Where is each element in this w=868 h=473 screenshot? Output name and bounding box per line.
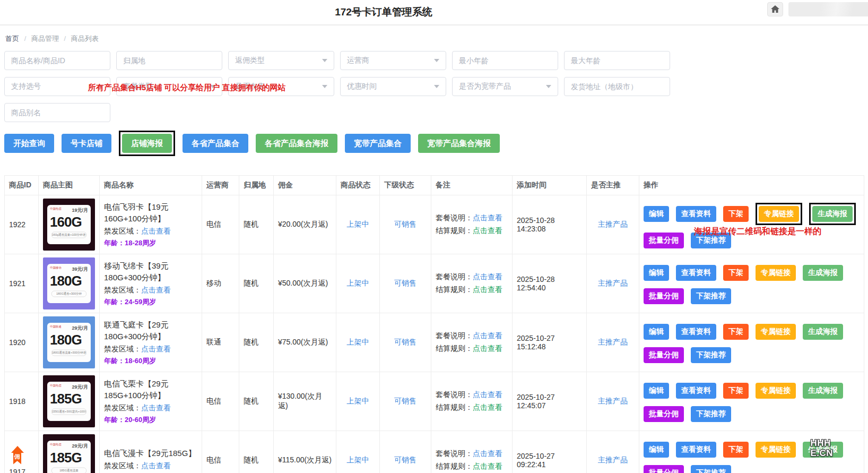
batch-commission-button[interactable]: 批量分佣 xyxy=(644,406,684,422)
sub-status-badge: 可销售 xyxy=(380,372,431,431)
table-row: 佣 1917 中国电信 29元/月 185G 185G通用流量 电信飞漫卡【29… xyxy=(5,431,864,473)
forbidden-area-view-link[interactable]: 点击查看 xyxy=(141,403,171,412)
promote-cell: 主推产品 xyxy=(587,313,639,372)
breadcrumb-home[interactable]: 首页 xyxy=(5,35,19,42)
min-age-input[interactable] xyxy=(452,51,558,70)
breadcrumb-product-manage[interactable]: 商品管理 xyxy=(31,35,59,42)
exclusive-link-button[interactable]: 专属链接 xyxy=(756,383,796,399)
generate-poster-button[interactable]: 生成海报 xyxy=(803,265,843,281)
package-desc-view-link[interactable]: 点击查看 xyxy=(473,449,502,458)
product-thumb[interactable]: 中国电信 19元/月 160G 160g通用流量+100分钟语音 xyxy=(43,199,95,251)
exclusive-link-button[interactable]: 专属链接 xyxy=(756,442,796,458)
promote-link[interactable]: 主推产品 xyxy=(598,397,628,405)
settlement-rule-view-link[interactable]: 点击查看 xyxy=(473,344,502,352)
view-info-button[interactable]: 查看资料 xyxy=(676,442,716,458)
product-alias-input[interactable] xyxy=(4,103,110,122)
added-time-cell: 2025-10-28 14:23:08 xyxy=(513,195,587,254)
product-thumb[interactable]: 中国联通 29元/月 180G 180G通用流量+300分钟语音 xyxy=(43,316,95,368)
operator-select[interactable]: 运营商 xyxy=(340,51,446,70)
shop-poster-button[interactable]: 店铺海报 xyxy=(122,134,172,153)
settlement-rule-view-link[interactable]: 点击查看 xyxy=(473,462,502,470)
age-range: 20-60周岁 xyxy=(125,416,156,424)
take-down-recommend-button[interactable]: 下架推荐 xyxy=(691,347,731,363)
take-down-button[interactable]: 下架 xyxy=(723,265,749,281)
settlement-rule-view-link[interactable]: 点击查看 xyxy=(473,403,502,411)
forbidden-area-view-link[interactable]: 点击查看 xyxy=(141,461,171,470)
take-down-recommend-button[interactable]: 下架推荐 xyxy=(691,406,731,422)
filter-panel: 返佣类型 运营商 支持选号 套餐类型 是否在售 优惠时间 是否为宽带产品 所有产… xyxy=(4,51,864,122)
start-query-button[interactable]: 开始查询 xyxy=(4,134,54,153)
promote-link[interactable]: 主推产品 xyxy=(598,220,628,228)
is-broadband-select[interactable]: 是否为宽带产品 xyxy=(452,77,558,96)
generate-poster-highlight-box: 生成海报 xyxy=(803,383,843,399)
promote-link[interactable]: 主推产品 xyxy=(598,338,628,346)
view-info-button[interactable]: 查看资料 xyxy=(676,206,716,222)
filter-row-3 xyxy=(4,103,864,122)
forbidden-area-view-link[interactable]: 点击查看 xyxy=(141,227,171,235)
batch-commission-button[interactable]: 批量分佣 xyxy=(644,233,684,248)
view-info-button[interactable]: 查看资料 xyxy=(676,383,716,399)
package-desc-view-link[interactable]: 点击查看 xyxy=(473,272,502,281)
sub-status-badge: 可销售 xyxy=(380,313,431,372)
max-age-input[interactable] xyxy=(564,51,670,70)
forbidden-area-label: 禁发区域： xyxy=(104,403,141,412)
package-desc-view-link[interactable]: 点击查看 xyxy=(473,331,502,340)
broadband-collection-button[interactable]: 宽带产品集合 xyxy=(345,134,411,153)
take-down-recommend-button[interactable]: 下架推荐 xyxy=(691,465,731,473)
age-range: 18-60周岁 xyxy=(125,357,156,365)
batch-commission-button[interactable]: 批量分佣 xyxy=(644,465,684,473)
shipping-address-input[interactable] xyxy=(564,77,670,96)
forbidden-area-view-link[interactable]: 点击查看 xyxy=(141,345,171,353)
product-name: 电信飞漫卡【29元185G】 xyxy=(104,448,197,459)
settlement-rule-view-link[interactable]: 点击查看 xyxy=(473,285,502,294)
province-collection-button[interactable]: 各省产品集合 xyxy=(183,134,248,153)
take-down-button[interactable]: 下架 xyxy=(723,206,749,222)
package-desc-view-link[interactable]: 点击查看 xyxy=(473,213,502,222)
province-collection-poster-button[interactable]: 各省产品集合海报 xyxy=(256,134,337,153)
remark-cell: 套餐说明：点击查看 结算规则：点击查看 xyxy=(431,195,513,254)
chevron-down-icon xyxy=(546,85,551,88)
take-down-button[interactable]: 下架 xyxy=(723,324,749,340)
take-down-button[interactable]: 下架 xyxy=(723,442,749,458)
product-thumb[interactable]: 中国电信 29元/月 185G 155G通用+30G定向+100分钟 xyxy=(43,375,95,427)
home-button[interactable] xyxy=(767,2,783,16)
batch-commission-button[interactable]: 批量分佣 xyxy=(644,347,684,363)
take-down-button[interactable]: 下架 xyxy=(723,383,749,399)
attribution-input[interactable] xyxy=(116,51,222,70)
product-id: 1918 xyxy=(9,397,25,406)
batch-commission-button[interactable]: 批量分佣 xyxy=(644,288,684,304)
broadband-collection-poster-button[interactable]: 宽带产品集合海报 xyxy=(418,134,500,153)
product-name: 电信飞栗卡【29元185G+100分钟】 xyxy=(104,378,197,401)
product-name-cell: 电信飞漫卡【29元185G】 禁发区域：点击查看 年龄： xyxy=(100,431,202,473)
forbidden-area-view-link[interactable]: 点击查看 xyxy=(141,286,171,294)
discount-time-select[interactable]: 优惠时间 xyxy=(340,77,446,96)
promote-link[interactable]: 主推产品 xyxy=(598,279,628,287)
view-info-button[interactable]: 查看资料 xyxy=(676,324,716,340)
generate-poster-button[interactable]: 生成海报 xyxy=(803,383,843,399)
edit-button[interactable]: 编辑 xyxy=(644,324,669,340)
product-thumb[interactable]: 中国移动 39元/月 180G 180G通用+300分钟 xyxy=(43,257,95,309)
user-account-area[interactable] xyxy=(788,2,868,16)
generate-poster-button[interactable]: 生成海报 xyxy=(803,324,843,340)
exclusive-link-button[interactable]: 专属链接 xyxy=(756,324,796,340)
product-name-id-input[interactable] xyxy=(4,51,110,70)
edit-button[interactable]: 编辑 xyxy=(644,265,669,281)
product-thumb[interactable]: 中国电信 29元/月 185G 185G通用流量 xyxy=(43,434,95,473)
settlement-rule-view-link[interactable]: 点击查看 xyxy=(473,226,502,235)
edit-button[interactable]: 编辑 xyxy=(644,383,669,399)
package-desc-view-link[interactable]: 点击查看 xyxy=(473,390,502,399)
exclusive-link-button[interactable]: 专属链接 xyxy=(759,206,799,222)
sub-status-badge: 可销售 xyxy=(380,431,431,473)
view-info-button[interactable]: 查看资料 xyxy=(676,265,716,281)
operator-cell: 移动 xyxy=(202,254,239,313)
thumb-data-label: 180G xyxy=(50,332,88,348)
edit-button[interactable]: 编辑 xyxy=(644,206,669,222)
take-down-recommend-button[interactable]: 下架推荐 xyxy=(691,288,731,304)
edit-button[interactable]: 编辑 xyxy=(644,442,669,458)
exclusive-link-button[interactable]: 专属链接 xyxy=(756,265,796,281)
card-shop-button[interactable]: 号卡店铺 xyxy=(62,134,111,153)
rebate-type-select[interactable]: 返佣类型 xyxy=(228,51,334,70)
promote-link[interactable]: 主推产品 xyxy=(598,455,628,464)
generate-poster-button[interactable]: 生成海报 xyxy=(812,206,853,222)
forbidden-area-label: 禁发区域： xyxy=(104,227,141,235)
